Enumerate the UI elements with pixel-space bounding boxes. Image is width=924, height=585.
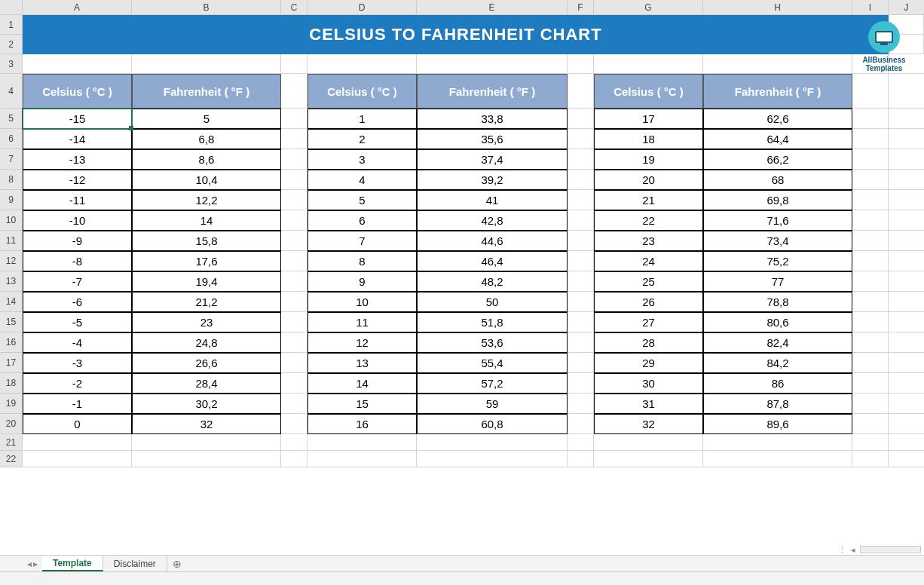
empty-cell[interactable] <box>281 190 307 210</box>
empty-cell[interactable] <box>852 190 889 210</box>
row-header-3[interactable]: 3 <box>0 54 23 74</box>
empty-cell[interactable] <box>852 271 889 292</box>
empty-cell[interactable] <box>281 312 307 332</box>
table-cell[interactable]: 78,8 <box>703 292 852 312</box>
empty-cell[interactable] <box>281 394 307 414</box>
empty-cell[interactable] <box>281 414 307 434</box>
column-header-E[interactable]: E <box>417 0 568 14</box>
empty-cell[interactable] <box>281 251 307 271</box>
empty-cell[interactable] <box>568 394 594 414</box>
table-cell[interactable]: 73,4 <box>703 231 852 251</box>
table-cell[interactable]: 77 <box>703 271 852 292</box>
table-cell[interactable]: 8,6 <box>132 149 281 170</box>
table-cell[interactable]: -3 <box>23 353 132 373</box>
table-cell[interactable]: 3 <box>307 149 417 170</box>
empty-cell[interactable] <box>568 373 594 394</box>
row-header-8[interactable]: 8 <box>0 170 23 190</box>
empty-cell[interactable] <box>889 312 924 332</box>
table-cell[interactable]: 13 <box>307 353 417 373</box>
table-cell[interactable]: 21 <box>594 190 703 210</box>
table-cell[interactable]: 50 <box>417 292 568 312</box>
empty-cell[interactable] <box>568 190 594 210</box>
empty-cell[interactable] <box>852 129 889 149</box>
table-cell[interactable]: -8 <box>23 251 132 271</box>
row-header-15[interactable]: 15 <box>0 312 23 332</box>
empty-cell[interactable] <box>889 292 924 312</box>
table-cell[interactable]: 11 <box>307 312 417 332</box>
row-header-10[interactable]: 10 <box>0 210 23 231</box>
table-cell[interactable]: 75,2 <box>703 251 852 271</box>
table-cell[interactable]: -11 <box>23 190 132 210</box>
column-header-G[interactable]: G <box>594 0 703 14</box>
row-header-5[interactable]: 5 <box>0 109 23 129</box>
column-header-D[interactable]: D <box>307 0 417 14</box>
row-header-12[interactable]: 12 <box>0 251 23 271</box>
column-header-B[interactable]: B <box>132 0 281 14</box>
table-cell[interactable]: 26 <box>594 292 703 312</box>
table-cell[interactable]: 7 <box>307 231 417 251</box>
table-cell[interactable]: -4 <box>23 332 132 353</box>
table-cell[interactable]: 59 <box>417 394 568 414</box>
empty-cell[interactable] <box>281 373 307 394</box>
row-header-7[interactable]: 7 <box>0 149 23 170</box>
table-cell[interactable]: 19 <box>594 149 703 170</box>
table-cell[interactable]: 86 <box>703 373 852 394</box>
empty-cell[interactable] <box>852 149 889 170</box>
table-cell[interactable]: 5 <box>132 109 281 129</box>
table-cell[interactable]: 20 <box>594 170 703 190</box>
empty-cell[interactable] <box>852 109 889 129</box>
empty-cell[interactable] <box>281 170 307 190</box>
table-cell[interactable]: 62,6 <box>703 109 852 129</box>
table-cell[interactable]: 29 <box>594 353 703 373</box>
column-header-I[interactable]: I <box>852 0 889 14</box>
empty-cell[interactable] <box>568 210 594 231</box>
drag-handle-icon[interactable]: ⋮ <box>838 545 846 555</box>
table-cell[interactable]: 53,6 <box>417 332 568 353</box>
table-cell[interactable]: 82,4 <box>703 332 852 353</box>
table-cell[interactable]: 89,6 <box>703 414 852 434</box>
empty-cell[interactable] <box>852 353 889 373</box>
empty-cell[interactable] <box>889 109 924 129</box>
row-header-4[interactable]: 4 <box>0 74 23 109</box>
table-cell[interactable]: 37,4 <box>417 149 568 170</box>
empty-cell[interactable] <box>889 129 924 149</box>
row-header-2[interactable]: 2 <box>0 35 23 54</box>
table-cell[interactable]: 71,6 <box>703 210 852 231</box>
table-cell[interactable]: 32 <box>132 414 281 434</box>
table-cell[interactable]: 57,2 <box>417 373 568 394</box>
empty-cell[interactable] <box>281 271 307 292</box>
empty-cell[interactable] <box>281 332 307 353</box>
table-cell[interactable]: 9 <box>307 271 417 292</box>
empty-cell[interactable] <box>852 332 889 353</box>
empty-cell[interactable] <box>281 353 307 373</box>
table-cell[interactable]: 6,8 <box>132 129 281 149</box>
sheet-tab-disclaimer[interactable]: Disclaimer <box>103 556 167 571</box>
table-cell[interactable]: 23 <box>594 231 703 251</box>
table-cell[interactable]: 27 <box>594 312 703 332</box>
table-cell[interactable]: 46,4 <box>417 251 568 271</box>
empty-cell[interactable] <box>852 414 889 434</box>
empty-cell[interactable] <box>568 231 594 251</box>
column-header-F[interactable]: F <box>568 0 594 14</box>
select-all-corner[interactable] <box>0 0 23 15</box>
empty-cell[interactable] <box>889 271 924 292</box>
table-cell[interactable]: 39,2 <box>417 170 568 190</box>
table-cell[interactable]: 12,2 <box>132 190 281 210</box>
empty-cell[interactable] <box>281 129 307 149</box>
table-cell[interactable]: 18 <box>594 129 703 149</box>
column-header-H[interactable]: H <box>703 0 852 14</box>
table-cell[interactable]: 17 <box>594 109 703 129</box>
empty-cell[interactable] <box>568 292 594 312</box>
empty-cell[interactable] <box>568 353 594 373</box>
table-cell[interactable]: 80,6 <box>703 312 852 332</box>
empty-cell[interactable] <box>889 170 924 190</box>
column-header-C[interactable]: C <box>281 0 307 14</box>
row-header-1[interactable]: 1 <box>0 15 23 35</box>
row-header-11[interactable]: 11 <box>0 231 23 251</box>
table-cell[interactable]: 24 <box>594 251 703 271</box>
empty-cell[interactable] <box>852 231 889 251</box>
tab-prev-icon[interactable]: ◂ <box>27 559 32 569</box>
table-cell[interactable]: 32 <box>594 414 703 434</box>
table-cell[interactable]: 2 <box>307 129 417 149</box>
empty-cell[interactable] <box>568 271 594 292</box>
